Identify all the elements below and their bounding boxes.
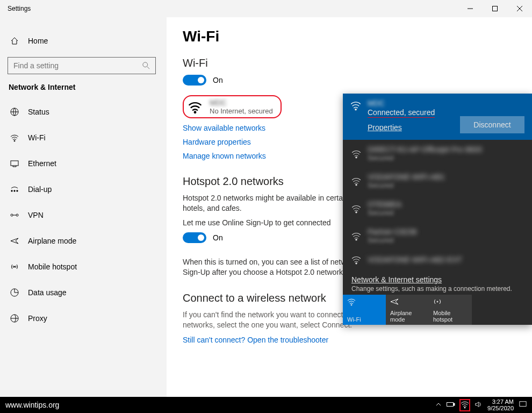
properties-link[interactable]: Properties — [368, 123, 402, 132]
network-flyout: MDC Connected, secured Properties Discon… — [343, 94, 532, 325]
sidebar-item-status[interactable]: Status — [8, 99, 156, 125]
window-controls — [458, 0, 532, 17]
wifi-icon — [351, 255, 361, 265]
toggle-state: On — [213, 76, 223, 84]
toggle-state: On — [213, 233, 223, 242]
home-nav[interactable]: Home — [8, 28, 156, 54]
proxy-icon — [10, 314, 19, 323]
network-item[interactable]: OTE68EASecured — [343, 195, 532, 222]
close-button[interactable] — [507, 0, 532, 17]
svg-point-9 — [11, 190, 12, 191]
wifi-icon — [351, 176, 361, 186]
wifi-toggle[interactable]: On — [183, 75, 223, 86]
sidebar-item-label: Dial-up — [28, 185, 52, 194]
wifi-subheader: Wi-Fi — [183, 57, 516, 69]
toggle-switch[interactable] — [183, 232, 206, 243]
network-item[interactable]: DIRECT-RJ-AP-Officejet Pro 8600Secured — [343, 140, 532, 167]
status-icon — [10, 108, 19, 116]
flyout-status: Connected, secured — [368, 108, 435, 118]
sidebar-item-label: Ethernet — [28, 159, 56, 168]
disconnect-button[interactable]: Disconnect — [460, 116, 524, 133]
tray-battery-icon[interactable] — [447, 401, 455, 409]
connected-network-panel[interactable]: MDC Connected, secured Properties Discon… — [343, 94, 532, 140]
page-title: Wi-Fi — [183, 28, 516, 45]
wifi-icon — [188, 100, 202, 114]
minimize-button[interactable] — [458, 0, 483, 17]
tile-hotspot[interactable]: Mobile hotspot — [429, 295, 472, 325]
tray-volume-icon[interactable] — [475, 401, 482, 410]
connection-status: No Internet, secured — [210, 107, 273, 115]
hotspot-icon — [433, 297, 468, 307]
maximize-button[interactable] — [483, 0, 507, 17]
search-input[interactable] — [13, 61, 142, 70]
tray-overflow-icon[interactable] — [436, 401, 441, 409]
tile-label: Mobile hotspot — [433, 310, 468, 323]
vpn-icon — [10, 211, 19, 219]
dialup-icon — [10, 185, 19, 194]
svg-rect-8 — [11, 161, 18, 166]
datausage-icon — [10, 288, 19, 297]
signup-toggle[interactable]: On — [183, 232, 223, 243]
tile-spacer — [472, 295, 532, 325]
network-item[interactable]: VODAFONE-WIFI-AB2-EXT — [343, 250, 532, 270]
sidebar-item-datausage[interactable]: Data usage — [8, 280, 156, 305]
svg-point-24 — [356, 263, 357, 264]
network-item[interactable]: VODAFONE-WIFI-AB1Secured — [343, 167, 532, 195]
sidebar-item-proxy[interactable]: Proxy — [8, 305, 156, 331]
search-icon — [142, 62, 150, 69]
svg-point-18 — [194, 111, 196, 113]
network-name: OTE68EA — [368, 200, 401, 209]
network-settings-link[interactable]: Network & Internet settings — [351, 275, 523, 284]
hotspot-icon — [10, 262, 19, 271]
wifi-icon — [351, 149, 361, 159]
airplane-icon — [390, 297, 425, 307]
ethernet-icon — [10, 159, 19, 168]
sidebar-item-hotspot[interactable]: Mobile hotspot — [8, 254, 156, 280]
svg-point-22 — [356, 211, 357, 212]
sidebar-item-label: Mobile hotspot — [28, 262, 77, 271]
svg-point-7 — [14, 140, 15, 141]
network-status: Secured — [368, 209, 401, 217]
network-status: Secured — [368, 236, 417, 244]
current-network[interactable]: MDC No Internet, secured — [183, 95, 282, 118]
flyout-ssid: MDC — [368, 99, 523, 108]
toggle-switch[interactable] — [183, 75, 206, 86]
sidebar-item-label: Wi-Fi — [28, 133, 46, 142]
window-title: Settings — [8, 5, 31, 12]
search-box[interactable] — [8, 57, 156, 74]
tray-notifications-icon[interactable] — [519, 401, 527, 410]
clock-date: 9/25/2020 — [487, 405, 514, 411]
sidebar-item-ethernet[interactable]: Ethernet — [8, 151, 156, 176]
network-name: Partner-C8236 — [368, 227, 417, 236]
sidebar-item-label: Airplane mode — [28, 237, 76, 245]
svg-point-10 — [14, 190, 15, 191]
quick-action-tiles: Wi-Fi Airplane mode Mobile hotspot — [343, 295, 532, 325]
tray-clock[interactable]: 3:27 AM 9/25/2020 — [487, 398, 514, 411]
svg-point-11 — [17, 190, 18, 191]
section-header: Network & Internet — [9, 83, 156, 91]
link-troubleshooter[interactable]: Still can't connect? Open the troublesho… — [183, 336, 516, 344]
svg-rect-27 — [447, 403, 454, 407]
svg-point-23 — [356, 239, 357, 240]
airplane-icon — [10, 237, 19, 245]
sidebar-item-dialup[interactable]: Dial-up — [8, 176, 156, 202]
ssid: MDC — [210, 98, 273, 107]
svg-point-25 — [351, 304, 352, 305]
tile-wifi[interactable]: Wi-Fi — [343, 295, 386, 325]
network-name: DIRECT-RJ-AP-Officejet Pro 8600 — [368, 145, 482, 154]
wifi-icon — [10, 133, 19, 142]
network-name: VODAFONE-WIFI-AB1 — [368, 173, 445, 181]
home-label: Home — [28, 37, 48, 45]
sidebar-item-vpn[interactable]: VPN — [8, 202, 156, 228]
wifi-icon — [351, 204, 361, 213]
taskbar: www.wintips.org 3:27 AM 9/25/2020 — [0, 397, 532, 413]
tile-airplane[interactable]: Airplane mode — [386, 295, 429, 325]
svg-point-15 — [14, 266, 15, 267]
svg-point-13 — [16, 214, 18, 216]
sidebar-item-wifi[interactable]: Wi-Fi — [8, 125, 156, 151]
sidebar-item-airplane[interactable]: Airplane mode — [8, 228, 156, 254]
sidebar-item-label: Data usage — [28, 288, 67, 297]
network-item[interactable]: Partner-C8236Secured — [343, 222, 532, 250]
flyout-footer: Network & Internet settings Change setti… — [343, 270, 532, 295]
tray-network-icon[interactable] — [461, 400, 469, 410]
